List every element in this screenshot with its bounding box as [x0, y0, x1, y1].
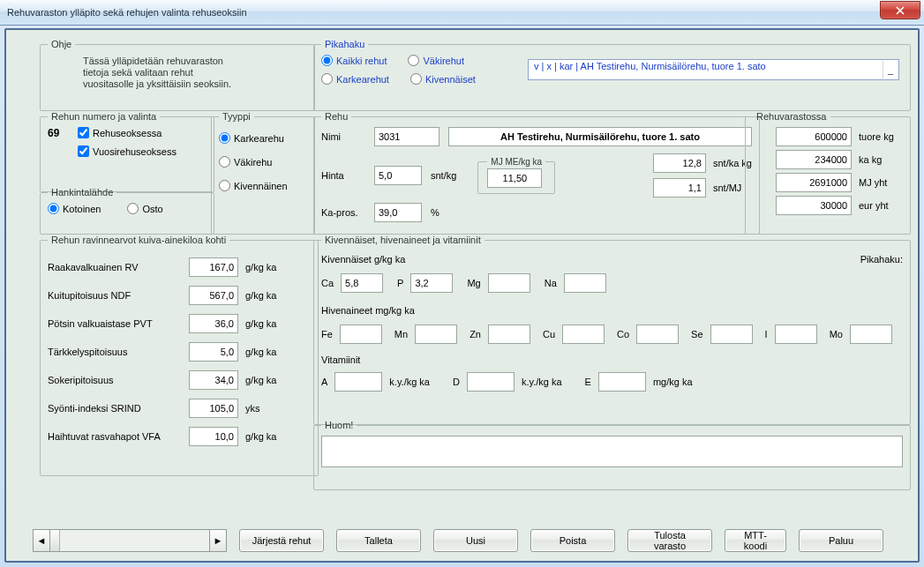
ohje-line3: vuositasolle ja yksittäisiin seoksiin.: [83, 78, 307, 89]
p-field[interactable]: [410, 273, 453, 293]
mjme-label: MJ ME/kg ka: [487, 157, 545, 167]
kiv-label: Kivennäiset g/kg ka: [321, 254, 405, 265]
mineral-legend: Kivennäiset, hivenaineet ja vitamiinit: [321, 235, 485, 245]
varasto-ka[interactable]: [776, 150, 852, 169]
radio-kivennaiset[interactable]: Kivennäiset: [410, 73, 476, 85]
huom-group: Huom!: [313, 420, 911, 490]
pikahaku-legend: Pikahaku: [321, 39, 368, 49]
chk-rehuseoksessa[interactable]: Rehuseoksessa: [78, 127, 162, 138]
talleta-button[interactable]: Talleta: [336, 529, 421, 552]
radio-osto[interactable]: Osto: [127, 203, 162, 214]
rehu-id: 69: [48, 127, 67, 159]
rehu-numero-legend: Rehun numero ja valinta: [48, 111, 160, 122]
close-button[interactable]: [880, 1, 920, 19]
titlebar: Rehuvaraston ylläpito sekä rehujen valin…: [0, 0, 924, 26]
nimi-full-field[interactable]: [448, 127, 752, 146]
mo-field[interactable]: [850, 325, 892, 344]
i-field[interactable]: [775, 325, 817, 344]
sntmj-field[interactable]: [653, 178, 706, 198]
na-field[interactable]: [564, 273, 606, 293]
huom-field[interactable]: [321, 436, 903, 467]
zn-field[interactable]: [488, 325, 530, 344]
ka-label: Ka-pros.: [321, 207, 365, 218]
mn-field[interactable]: [415, 325, 457, 344]
fe-field[interactable]: [340, 325, 382, 344]
hinta-unit: snt/kg: [431, 170, 456, 181]
varasto-tuore[interactable]: [776, 127, 852, 146]
nutri-legend: Rehun ravinnearvot kuiva-ainekiloa kohti: [48, 235, 229, 245]
radio-karkearehu[interactable]: Karkearehu: [219, 132, 307, 144]
radio-karkearehut[interactable]: Karkearehut: [321, 73, 389, 85]
pikahaku-group: Pikahaku Kaikki rehut Väkirehut Karkeare…: [313, 39, 911, 111]
tyyppi-legend: Tyyppi: [219, 111, 254, 122]
varasto-mj[interactable]: [776, 173, 852, 192]
radio-kaikki-rehut[interactable]: Kaikki rehut: [321, 55, 387, 66]
paluu-button[interactable]: Paluu: [799, 529, 883, 552]
mjme-group: MJ ME/kg ka: [477, 157, 555, 194]
vitd-field[interactable]: [467, 372, 515, 392]
ka-unit: %: [431, 207, 439, 218]
radio-kivennainen[interactable]: Kivennäinen: [219, 180, 307, 191]
ca-field[interactable]: [341, 273, 383, 293]
huom-legend: Huom!: [321, 420, 357, 430]
varasto-eur[interactable]: [776, 196, 852, 215]
scroll-thumb[interactable]: [50, 530, 60, 551]
vita-field[interactable]: [334, 372, 382, 392]
mineral-pikahaku: Pikahaku:: [860, 254, 903, 265]
mineral-group: Kivennäiset, hivenaineet ja vitamiinit K…: [313, 235, 911, 425]
client-area: Ohje Tässä ylläpidetään rehuvaraston tie…: [4, 28, 920, 563]
cu-field[interactable]: [562, 325, 605, 344]
ka-field[interactable]: [374, 203, 422, 222]
ndf-field[interactable]: [189, 286, 238, 305]
pvt-field[interactable]: [189, 314, 238, 333]
jarjesta-button[interactable]: Järjestä rehut: [239, 529, 324, 552]
hiv-label: Hivenaineet mg/kg ka: [321, 305, 903, 316]
pikahaku-selected: v | x | kar | AH Testirehu, Nurmisäilöre…: [534, 61, 766, 71]
chevron-left-icon: ◄: [37, 535, 47, 546]
bottom-bar: ◄ ► Järjestä rehut Talleta Uusi Poista T…: [33, 529, 911, 552]
radio-vakirehut[interactable]: Väkirehut: [408, 55, 463, 66]
sntmj-label: snt/MJ: [713, 183, 741, 193]
mjme-field[interactable]: [487, 168, 542, 188]
hinta-label: Hinta: [321, 170, 365, 181]
rv-field[interactable]: [189, 257, 238, 277]
co-field[interactable]: [636, 325, 679, 344]
rehu-group: Rehu Nimi Hinta snt/kg MJ ME/kg ka snt/k…: [313, 111, 760, 235]
srind-field[interactable]: [189, 399, 238, 418]
scroll-left-button[interactable]: ◄: [33, 529, 50, 552]
tark-field[interactable]: [189, 342, 238, 362]
se-field[interactable]: [710, 325, 753, 344]
uusi-button[interactable]: Uusi: [433, 529, 518, 552]
tulosta-button[interactable]: Tulosta varasto: [627, 529, 712, 552]
pikahaku-dropdown[interactable]: v | x | kar | AH Testirehu, Nurmisäilöre…: [528, 59, 899, 80]
scroll-track[interactable]: [50, 529, 209, 552]
hankinta-legend: Hankintalähde: [48, 187, 116, 198]
varasto-legend: Rehuvarastossa: [753, 111, 830, 122]
tyyppi-group: Tyyppi Karkearehu Väkirehu Kivennäinen: [211, 111, 315, 235]
varasto-group: Rehuvarastossa tuore kg ka kg MJ yht eur…: [745, 111, 911, 235]
mtt-button[interactable]: MTT-koodi: [725, 529, 786, 552]
hinta-field[interactable]: [374, 166, 422, 185]
nimi-field[interactable]: [374, 127, 439, 146]
poista-button[interactable]: Poista: [530, 529, 615, 552]
record-scrollbar[interactable]: ◄ ►: [33, 529, 227, 552]
scroll-right-button[interactable]: ►: [209, 529, 227, 552]
mg-field[interactable]: [488, 273, 530, 293]
ohje-group: Ohje Tässä ylläpidetään rehuvaraston tie…: [40, 39, 315, 111]
vfa-field[interactable]: [189, 427, 238, 446]
radio-kotoinen[interactable]: Kotoinen: [48, 203, 101, 214]
vit-label: Vitamiinit: [321, 354, 903, 365]
chk-vuosirehuseoksessa[interactable]: Vuosirehuseoksess: [78, 145, 177, 157]
window-title: Rehuvaraston ylläpito sekä rehujen valin…: [7, 7, 247, 18]
sok-field[interactable]: [189, 370, 238, 390]
vite-field[interactable]: [598, 372, 646, 392]
sntka-field[interactable]: [653, 153, 706, 173]
rehu-legend: Rehu: [321, 111, 351, 122]
ohje-line2: tietoja sekä valitaan rehut: [83, 67, 307, 78]
ohje-legend: Ohje: [48, 39, 75, 49]
rehu-numero-group: Rehun numero ja valinta 69 Rehuseoksessa…: [40, 111, 214, 192]
nutri-group: Rehun ravinnearvot kuiva-ainekiloa kohti…: [40, 235, 319, 476]
chevron-down-icon: _: [883, 61, 898, 78]
hankinta-group: Hankintalähde Kotoinen Osto: [40, 187, 214, 235]
radio-vakirehu[interactable]: Väkirehu: [219, 156, 307, 168]
